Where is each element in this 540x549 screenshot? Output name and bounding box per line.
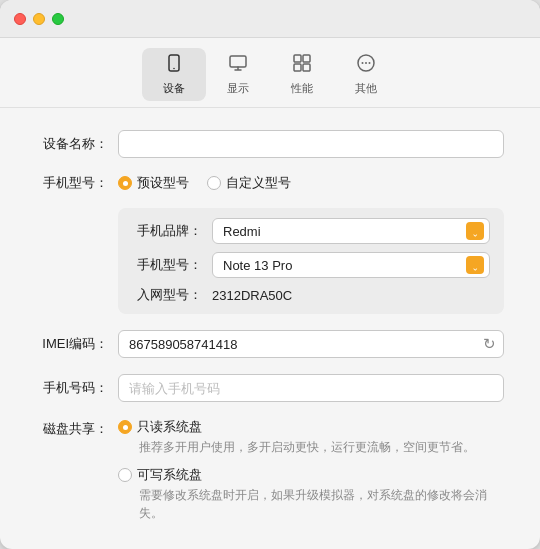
tab-performance[interactable]: 性能 <box>270 48 334 101</box>
phone-model-radio-group: 预设型号 自定义型号 <box>118 174 504 192</box>
sub-form: 手机品牌： Redmi Xiaomi OPPO vivo Huawei 手机型号… <box>118 208 504 314</box>
refresh-icon[interactable]: ↻ <box>483 335 496 353</box>
svg-point-1 <box>173 68 175 70</box>
brand-row: 手机品牌： Redmi Xiaomi OPPO vivo Huawei <box>132 218 490 244</box>
svg-point-10 <box>369 62 371 64</box>
imei-input[interactable] <box>118 330 504 358</box>
content-area: 设备名称： 手机型号： 预设型号 自定义型号 手机品牌： <box>0 108 540 549</box>
svg-rect-4 <box>303 55 310 62</box>
disk-label: 磁盘共享： <box>36 420 108 438</box>
close-button[interactable] <box>14 13 26 25</box>
svg-point-9 <box>365 62 367 64</box>
phone-model-row: 手机型号： 预设型号 自定义型号 <box>36 174 504 192</box>
tab-display-label: 显示 <box>227 81 249 96</box>
tab-display[interactable]: 显示 <box>206 48 270 101</box>
disk-writable-header: 可写系统盘 <box>118 466 504 484</box>
brand-select-wrap: Redmi Xiaomi OPPO vivo Huawei <box>212 218 490 244</box>
preset-model-label: 预设型号 <box>137 174 189 192</box>
svg-rect-2 <box>230 56 246 67</box>
imei-row: IMEI编码： ↻ <box>36 330 504 358</box>
imei-label: IMEI编码： <box>36 335 108 353</box>
tab-performance-label: 性能 <box>291 81 313 96</box>
disk-readonly-header: 只读系统盘 <box>118 418 504 436</box>
tab-other[interactable]: 其他 <box>334 48 398 101</box>
tab-other-label: 其他 <box>355 81 377 96</box>
toolbar: 设备 显示 性能 <box>0 38 540 108</box>
traffic-lights <box>14 13 64 25</box>
phone-number-row: 手机号码： <box>36 374 504 402</box>
device-name-row: 设备名称： <box>36 130 504 158</box>
device-icon <box>164 53 184 78</box>
disk-writable-option: 可写系统盘 需要修改系统盘时开启，如果升级模拟器，对系统盘的修改将会消失。 <box>118 466 504 522</box>
disk-section: 只读系统盘 推荐多开用户使用，多开启动更快，运行更流畅，空间更节省。 可写系统盘… <box>118 418 504 522</box>
model-label: 手机型号： <box>132 256 202 274</box>
tab-device[interactable]: 设备 <box>142 48 206 101</box>
tab-device-label: 设备 <box>163 81 185 96</box>
svg-rect-5 <box>294 64 301 71</box>
disk-writable-desc: 需要修改系统盘时开启，如果升级模拟器，对系统盘的修改将会消失。 <box>139 486 504 522</box>
model-select[interactable]: Note 13 Pro Note 12 Pro Note 11 Pro <box>212 252 490 278</box>
minimize-button[interactable] <box>33 13 45 25</box>
disk-readonly-radio[interactable] <box>118 420 132 434</box>
device-name-input[interactable] <box>118 130 504 158</box>
imei-input-wrap: ↻ <box>118 330 504 358</box>
preset-model-radio[interactable] <box>118 176 132 190</box>
device-name-label: 设备名称： <box>36 135 108 153</box>
preset-model-option[interactable]: 预设型号 <box>118 174 189 192</box>
custom-model-option[interactable]: 自定义型号 <box>207 174 291 192</box>
other-icon <box>356 53 376 78</box>
disk-readonly-radio-option[interactable]: 只读系统盘 <box>118 418 202 436</box>
disk-readonly-desc: 推荐多开用户使用，多开启动更快，运行更流畅，空间更节省。 <box>139 438 504 456</box>
brand-label: 手机品牌： <box>132 222 202 240</box>
network-value: 2312DRA50C <box>212 288 490 303</box>
model-row: 手机型号： Note 13 Pro Note 12 Pro Note 11 Pr… <box>132 252 490 278</box>
app-window: 设备 显示 性能 <box>0 0 540 549</box>
brand-select[interactable]: Redmi Xiaomi OPPO vivo Huawei <box>212 218 490 244</box>
svg-rect-3 <box>294 55 301 62</box>
maximize-button[interactable] <box>52 13 64 25</box>
disk-writable-title: 可写系统盘 <box>137 466 202 484</box>
disk-readonly-option: 只读系统盘 推荐多开用户使用，多开启动更快，运行更流畅，空间更节省。 <box>118 418 504 456</box>
network-row: 入网型号： 2312DRA50C <box>132 286 490 304</box>
phone-number-input[interactable] <box>118 374 504 402</box>
svg-point-8 <box>362 62 364 64</box>
disk-readonly-title: 只读系统盘 <box>137 418 202 436</box>
network-label: 入网型号： <box>132 286 202 304</box>
disk-writable-radio[interactable] <box>118 468 132 482</box>
disk-share-row: 磁盘共享： 只读系统盘 推荐多开用户使用，多开启动更快，运行更流畅，空间更节省。 <box>36 418 504 522</box>
disk-writable-radio-option[interactable]: 可写系统盘 <box>118 466 202 484</box>
display-icon <box>228 53 248 78</box>
custom-model-radio[interactable] <box>207 176 221 190</box>
svg-rect-6 <box>303 64 310 71</box>
performance-icon <box>292 53 312 78</box>
custom-model-label: 自定义型号 <box>226 174 291 192</box>
phone-model-label: 手机型号： <box>36 174 108 192</box>
phone-number-label: 手机号码： <box>36 379 108 397</box>
title-bar <box>0 0 540 38</box>
model-select-wrap: Note 13 Pro Note 12 Pro Note 11 Pro <box>212 252 490 278</box>
